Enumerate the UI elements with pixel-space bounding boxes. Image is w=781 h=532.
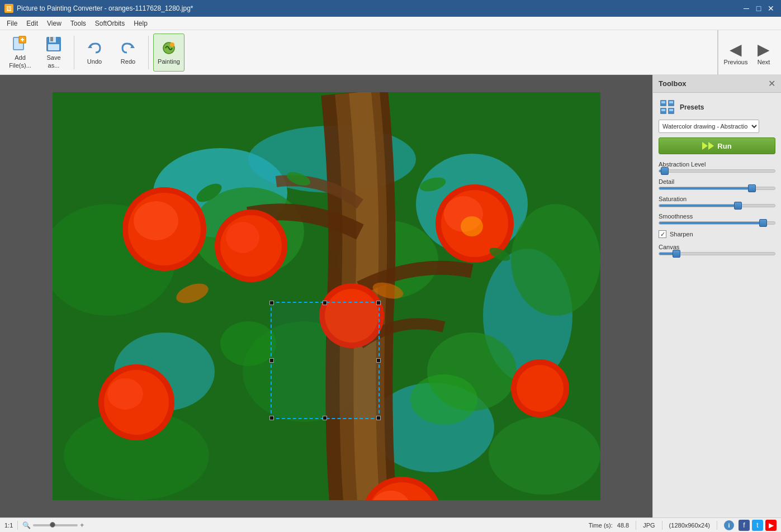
svg-point-55 xyxy=(410,374,477,425)
svg-rect-6 xyxy=(50,37,53,41)
painting-button[interactable]: Painting xyxy=(153,34,184,72)
smoothness-label: Smoothness xyxy=(659,213,775,220)
menu-bar: File Edit View Tools SoftOrbits Help xyxy=(0,17,781,30)
abstraction-track[interactable] xyxy=(659,169,775,173)
menu-tools[interactable]: Tools xyxy=(66,18,91,28)
redo-label: Redo xyxy=(121,58,135,65)
saturation-fill xyxy=(659,205,738,207)
info-button[interactable]: i xyxy=(724,520,734,530)
previous-icon: ◀ xyxy=(730,40,742,59)
file-format: JPG xyxy=(643,522,655,529)
close-button[interactable]: ✕ xyxy=(765,3,777,14)
abstraction-slider-section: Abstraction Level xyxy=(659,161,775,173)
toolbox: Toolbox ✕ Presets xyxy=(652,75,781,517)
canvas-slider-section: Canvas xyxy=(659,244,775,255)
minimize-button[interactable]: ─ xyxy=(741,3,752,14)
canvas-track[interactable] xyxy=(659,252,775,255)
previous-button[interactable]: ◀ Previous xyxy=(723,32,749,73)
svg-point-47 xyxy=(517,365,564,412)
time-value: 48.8 xyxy=(617,522,629,529)
svg-rect-63 xyxy=(669,101,673,103)
toolbar: Add File(s)... Save as... Undo xyxy=(0,30,781,75)
undo-button[interactable]: Undo xyxy=(79,34,110,72)
next-label: Next xyxy=(758,59,770,65)
zoom-slider-track[interactable] xyxy=(33,524,78,526)
svg-point-11 xyxy=(170,42,174,47)
redo-button[interactable]: Redo xyxy=(112,34,144,72)
canvas-thumb[interactable] xyxy=(673,250,680,258)
detail-fill xyxy=(659,187,752,189)
saturation-slider-section: Saturation xyxy=(659,196,775,207)
painting-label: Painting xyxy=(158,58,180,65)
toolbox-header: Toolbox ✕ xyxy=(653,75,781,93)
toolbox-close-button[interactable]: ✕ xyxy=(768,78,775,89)
painting-icon xyxy=(160,39,178,57)
social-links: f t ▶ xyxy=(739,520,777,531)
window-title: Picture to Painting Converter - oranges-… xyxy=(17,4,193,12)
smoothness-fill xyxy=(659,222,763,224)
run-arrows-icon xyxy=(702,142,714,150)
zoom-in-icon[interactable]: + xyxy=(80,521,84,529)
svg-point-26 xyxy=(489,416,600,495)
facebook-icon[interactable]: f xyxy=(739,520,750,531)
main-content: Toolbox ✕ Presets xyxy=(0,75,781,517)
zoom-level: 1:1 xyxy=(4,522,13,529)
detail-thumb[interactable] xyxy=(748,184,756,192)
painting-image xyxy=(53,92,600,500)
svg-rect-64 xyxy=(661,109,665,111)
sharpen-row[interactable]: Sharpen xyxy=(659,230,775,238)
menu-softorbits[interactable]: SoftOrbits xyxy=(91,18,129,28)
zoom-control[interactable]: 🔍 + xyxy=(22,521,84,529)
saturation-track[interactable] xyxy=(659,204,775,207)
painting-canvas[interactable] xyxy=(53,92,600,500)
sharpen-checkbox[interactable] xyxy=(659,230,666,238)
status-sep-1 xyxy=(636,521,636,530)
menu-view[interactable]: View xyxy=(42,18,66,28)
undo-icon xyxy=(86,39,103,57)
svg-point-29 xyxy=(134,201,178,240)
zoom-slider-thumb[interactable] xyxy=(50,522,55,528)
status-bar: 1:1 🔍 + Time (s): 48.8 JPG (1280x960x24)… xyxy=(0,517,781,532)
image-dimensions: (1280x960x24) xyxy=(669,522,710,529)
presets-dropdown[interactable]: Watercolor drawing - Abstractio Oil pain… xyxy=(659,120,759,133)
svg-rect-65 xyxy=(669,109,673,111)
svg-rect-62 xyxy=(661,101,665,103)
add-files-button[interactable]: Add File(s)... xyxy=(4,34,36,72)
add-file-icon xyxy=(11,35,29,53)
title-bar: 🖼 Picture to Painting Converter - orange… xyxy=(0,0,781,17)
svg-rect-7 xyxy=(48,44,59,50)
run-label: Run xyxy=(717,142,731,150)
status-sep-3 xyxy=(717,521,717,530)
next-button[interactable]: ▶ Next xyxy=(751,32,777,73)
menu-help[interactable]: Help xyxy=(129,18,152,28)
next-icon: ▶ xyxy=(758,40,770,59)
youtube-icon[interactable]: ▶ xyxy=(765,520,777,531)
detail-label: Detail xyxy=(659,178,775,185)
menu-file[interactable]: File xyxy=(2,18,22,28)
svg-point-54 xyxy=(220,321,276,366)
saturation-thumb[interactable] xyxy=(734,202,742,210)
redo-icon xyxy=(119,39,137,57)
detail-track[interactable] xyxy=(659,187,775,190)
toolbox-title: Toolbox xyxy=(659,79,687,88)
toolbox-section-presets: Presets Watercolor drawing - Abstractio … xyxy=(653,93,781,267)
save-as-label: Save as... xyxy=(46,54,60,69)
zoom-out-icon[interactable]: 🔍 xyxy=(22,521,31,529)
app-icon: 🖼 xyxy=(4,4,13,13)
svg-point-32 xyxy=(226,222,259,253)
save-as-button[interactable]: Save as... xyxy=(38,34,69,72)
zoom-separator xyxy=(17,521,18,530)
smoothness-track[interactable] xyxy=(659,221,775,225)
presets-icon xyxy=(659,98,676,116)
saturation-label: Saturation xyxy=(659,196,775,202)
toolbar-separator-2 xyxy=(148,36,149,69)
sharpen-label: Sharpen xyxy=(670,231,693,238)
abstraction-thumb[interactable] xyxy=(661,167,669,175)
run-button[interactable]: Run xyxy=(659,137,775,154)
menu-edit[interactable]: Edit xyxy=(22,18,42,28)
maximize-button[interactable]: □ xyxy=(753,3,764,14)
smoothness-thumb[interactable] xyxy=(759,219,767,227)
twitter-icon[interactable]: t xyxy=(752,520,763,531)
canvas-area[interactable] xyxy=(0,75,652,517)
undo-label: Undo xyxy=(87,58,102,65)
